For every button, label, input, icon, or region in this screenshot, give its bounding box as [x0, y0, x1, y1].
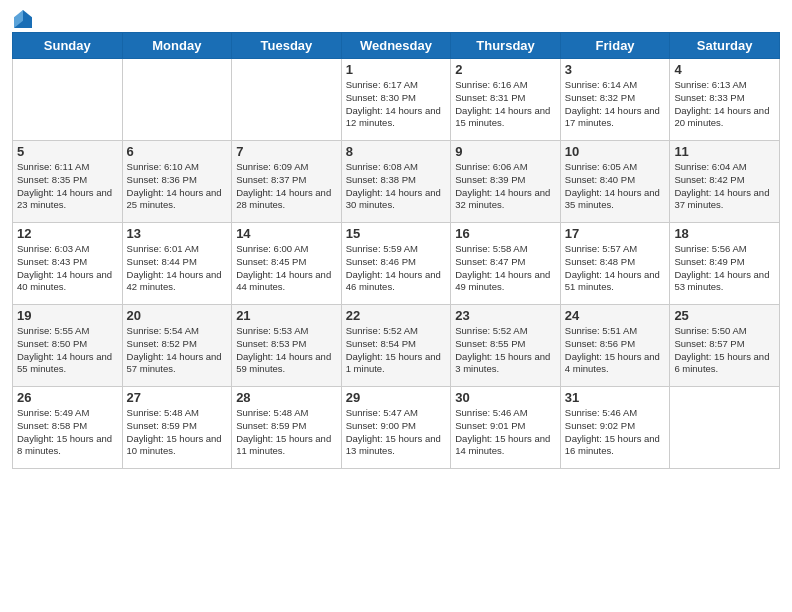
logo-icon [14, 10, 32, 28]
day-info: Sunrise: 6:03 AMSunset: 8:43 PMDaylight:… [17, 243, 118, 294]
calendar-cell: 8Sunrise: 6:08 AMSunset: 8:38 PMDaylight… [341, 141, 451, 223]
calendar-cell: 12Sunrise: 6:03 AMSunset: 8:43 PMDayligh… [13, 223, 123, 305]
day-number: 8 [346, 144, 447, 159]
day-number: 3 [565, 62, 666, 77]
calendar-cell: 14Sunrise: 6:00 AMSunset: 8:45 PMDayligh… [232, 223, 342, 305]
day-number: 18 [674, 226, 775, 241]
calendar-cell [13, 59, 123, 141]
day-header-friday: Friday [560, 33, 670, 59]
day-number: 10 [565, 144, 666, 159]
day-info: Sunrise: 5:48 AMSunset: 8:59 PMDaylight:… [127, 407, 228, 458]
calendar-cell: 29Sunrise: 5:47 AMSunset: 9:00 PMDayligh… [341, 387, 451, 469]
calendar-cell: 22Sunrise: 5:52 AMSunset: 8:54 PMDayligh… [341, 305, 451, 387]
calendar-cell: 31Sunrise: 5:46 AMSunset: 9:02 PMDayligh… [560, 387, 670, 469]
calendar-cell: 26Sunrise: 5:49 AMSunset: 8:58 PMDayligh… [13, 387, 123, 469]
calendar-cell: 1Sunrise: 6:17 AMSunset: 8:30 PMDaylight… [341, 59, 451, 141]
calendar-cell: 21Sunrise: 5:53 AMSunset: 8:53 PMDayligh… [232, 305, 342, 387]
day-info: Sunrise: 5:53 AMSunset: 8:53 PMDaylight:… [236, 325, 337, 376]
day-info: Sunrise: 5:52 AMSunset: 8:55 PMDaylight:… [455, 325, 556, 376]
day-number: 31 [565, 390, 666, 405]
day-number: 17 [565, 226, 666, 241]
day-number: 5 [17, 144, 118, 159]
calendar-week-2: 5Sunrise: 6:11 AMSunset: 8:35 PMDaylight… [13, 141, 780, 223]
day-info: Sunrise: 5:51 AMSunset: 8:56 PMDaylight:… [565, 325, 666, 376]
day-info: Sunrise: 6:17 AMSunset: 8:30 PMDaylight:… [346, 79, 447, 130]
day-number: 24 [565, 308, 666, 323]
calendar-cell: 15Sunrise: 5:59 AMSunset: 8:46 PMDayligh… [341, 223, 451, 305]
day-info: Sunrise: 5:57 AMSunset: 8:48 PMDaylight:… [565, 243, 666, 294]
calendar-cell: 2Sunrise: 6:16 AMSunset: 8:31 PMDaylight… [451, 59, 561, 141]
day-number: 16 [455, 226, 556, 241]
day-number: 1 [346, 62, 447, 77]
day-info: Sunrise: 5:47 AMSunset: 9:00 PMDaylight:… [346, 407, 447, 458]
calendar-table: SundayMondayTuesdayWednesdayThursdayFrid… [12, 32, 780, 469]
logo-text [12, 10, 32, 28]
day-number: 7 [236, 144, 337, 159]
calendar-week-3: 12Sunrise: 6:03 AMSunset: 8:43 PMDayligh… [13, 223, 780, 305]
day-header-thursday: Thursday [451, 33, 561, 59]
day-number: 25 [674, 308, 775, 323]
calendar-week-5: 26Sunrise: 5:49 AMSunset: 8:58 PMDayligh… [13, 387, 780, 469]
day-info: Sunrise: 6:08 AMSunset: 8:38 PMDaylight:… [346, 161, 447, 212]
day-header-sunday: Sunday [13, 33, 123, 59]
day-info: Sunrise: 5:46 AMSunset: 9:01 PMDaylight:… [455, 407, 556, 458]
day-info: Sunrise: 5:48 AMSunset: 8:59 PMDaylight:… [236, 407, 337, 458]
calendar-cell: 18Sunrise: 5:56 AMSunset: 8:49 PMDayligh… [670, 223, 780, 305]
calendar-week-4: 19Sunrise: 5:55 AMSunset: 8:50 PMDayligh… [13, 305, 780, 387]
day-info: Sunrise: 5:46 AMSunset: 9:02 PMDaylight:… [565, 407, 666, 458]
day-number: 20 [127, 308, 228, 323]
day-number: 2 [455, 62, 556, 77]
day-header-saturday: Saturday [670, 33, 780, 59]
logo [12, 10, 32, 24]
day-info: Sunrise: 5:49 AMSunset: 8:58 PMDaylight:… [17, 407, 118, 458]
calendar-cell: 16Sunrise: 5:58 AMSunset: 8:47 PMDayligh… [451, 223, 561, 305]
calendar-cell: 9Sunrise: 6:06 AMSunset: 8:39 PMDaylight… [451, 141, 561, 223]
calendar-cell: 23Sunrise: 5:52 AMSunset: 8:55 PMDayligh… [451, 305, 561, 387]
calendar-cell: 17Sunrise: 5:57 AMSunset: 8:48 PMDayligh… [560, 223, 670, 305]
day-info: Sunrise: 6:11 AMSunset: 8:35 PMDaylight:… [17, 161, 118, 212]
calendar-cell: 4Sunrise: 6:13 AMSunset: 8:33 PMDaylight… [670, 59, 780, 141]
day-header-monday: Monday [122, 33, 232, 59]
day-info: Sunrise: 5:59 AMSunset: 8:46 PMDaylight:… [346, 243, 447, 294]
calendar-cell [232, 59, 342, 141]
day-number: 21 [236, 308, 337, 323]
calendar-header-row: SundayMondayTuesdayWednesdayThursdayFrid… [13, 33, 780, 59]
calendar-cell: 7Sunrise: 6:09 AMSunset: 8:37 PMDaylight… [232, 141, 342, 223]
day-number: 4 [674, 62, 775, 77]
day-number: 19 [17, 308, 118, 323]
day-number: 9 [455, 144, 556, 159]
calendar-cell: 13Sunrise: 6:01 AMSunset: 8:44 PMDayligh… [122, 223, 232, 305]
calendar-cell: 3Sunrise: 6:14 AMSunset: 8:32 PMDaylight… [560, 59, 670, 141]
calendar-cell: 30Sunrise: 5:46 AMSunset: 9:01 PMDayligh… [451, 387, 561, 469]
calendar-cell: 25Sunrise: 5:50 AMSunset: 8:57 PMDayligh… [670, 305, 780, 387]
day-info: Sunrise: 6:16 AMSunset: 8:31 PMDaylight:… [455, 79, 556, 130]
calendar-cell [670, 387, 780, 469]
calendar-cell: 11Sunrise: 6:04 AMSunset: 8:42 PMDayligh… [670, 141, 780, 223]
day-info: Sunrise: 6:05 AMSunset: 8:40 PMDaylight:… [565, 161, 666, 212]
day-info: Sunrise: 5:54 AMSunset: 8:52 PMDaylight:… [127, 325, 228, 376]
day-number: 26 [17, 390, 118, 405]
calendar-cell: 10Sunrise: 6:05 AMSunset: 8:40 PMDayligh… [560, 141, 670, 223]
day-number: 14 [236, 226, 337, 241]
day-info: Sunrise: 5:58 AMSunset: 8:47 PMDaylight:… [455, 243, 556, 294]
calendar-cell: 27Sunrise: 5:48 AMSunset: 8:59 PMDayligh… [122, 387, 232, 469]
day-info: Sunrise: 6:00 AMSunset: 8:45 PMDaylight:… [236, 243, 337, 294]
day-number: 27 [127, 390, 228, 405]
page-container: SundayMondayTuesdayWednesdayThursdayFrid… [0, 0, 792, 477]
calendar-cell: 5Sunrise: 6:11 AMSunset: 8:35 PMDaylight… [13, 141, 123, 223]
day-info: Sunrise: 5:55 AMSunset: 8:50 PMDaylight:… [17, 325, 118, 376]
day-info: Sunrise: 6:04 AMSunset: 8:42 PMDaylight:… [674, 161, 775, 212]
day-info: Sunrise: 5:56 AMSunset: 8:49 PMDaylight:… [674, 243, 775, 294]
day-number: 13 [127, 226, 228, 241]
calendar-cell: 19Sunrise: 5:55 AMSunset: 8:50 PMDayligh… [13, 305, 123, 387]
day-info: Sunrise: 6:14 AMSunset: 8:32 PMDaylight:… [565, 79, 666, 130]
day-info: Sunrise: 6:09 AMSunset: 8:37 PMDaylight:… [236, 161, 337, 212]
day-info: Sunrise: 6:01 AMSunset: 8:44 PMDaylight:… [127, 243, 228, 294]
calendar-cell: 28Sunrise: 5:48 AMSunset: 8:59 PMDayligh… [232, 387, 342, 469]
day-header-tuesday: Tuesday [232, 33, 342, 59]
day-number: 29 [346, 390, 447, 405]
day-info: Sunrise: 6:10 AMSunset: 8:36 PMDaylight:… [127, 161, 228, 212]
day-number: 30 [455, 390, 556, 405]
day-number: 15 [346, 226, 447, 241]
calendar-cell: 20Sunrise: 5:54 AMSunset: 8:52 PMDayligh… [122, 305, 232, 387]
